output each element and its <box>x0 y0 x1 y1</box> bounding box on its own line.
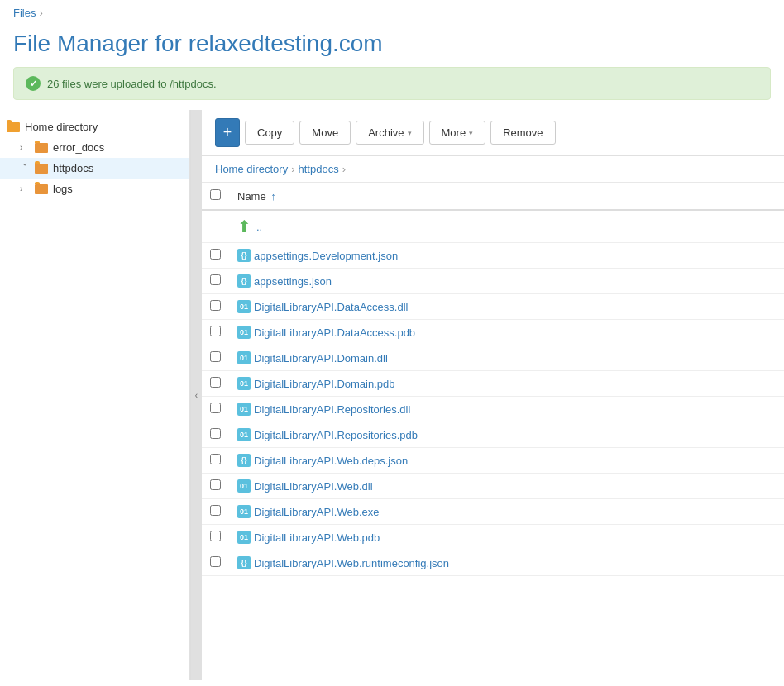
files-table: Name ↑ ⬆ .. <box>202 183 784 576</box>
file-link[interactable]: DigitalLibraryAPI.Web.exe <box>254 506 380 518</box>
archive-button[interactable]: Archive ▾ <box>356 121 423 145</box>
row-checkbox-col[interactable] <box>202 371 229 397</box>
table-row: {} appsettings.Development.json <box>202 243 784 269</box>
row-checkbox[interactable] <box>210 326 221 336</box>
row-checkbox[interactable] <box>210 351 221 362</box>
toolbar: + Copy Move Archive ▾ More ▾ Remove <box>202 110 784 156</box>
file-link[interactable]: DigitalLibraryAPI.Web.dll <box>254 480 373 493</box>
file-cell-4: 01 DigitalLibraryAPI.DataAccess.pdb <box>229 320 784 345</box>
row-checkbox-col <box>202 210 229 243</box>
sidebar-label-logs: logs <box>53 183 73 195</box>
row-checkbox-col[interactable] <box>202 422 229 448</box>
table-row: {} appsettings.json <box>202 269 784 294</box>
name-column-header[interactable]: Name ↑ <box>229 183 784 210</box>
file-link[interactable]: DigitalLibraryAPI.Repositories.dll <box>254 403 410 416</box>
row-checkbox-col[interactable] <box>202 294 229 320</box>
row-checkbox[interactable] <box>210 377 221 388</box>
file-link[interactable]: DigitalLibraryAPI.Web.deps.json <box>254 455 408 467</box>
file-link[interactable]: DigitalLibraryAPI.DataAccess.dll <box>254 301 408 313</box>
row-checkbox-col[interactable] <box>202 269 229 294</box>
table-row: ⬆ .. <box>202 210 784 243</box>
path-httpdocs-link[interactable]: httpdocs <box>298 163 338 175</box>
logs-folder-icon <box>35 184 48 194</box>
row-checkbox[interactable] <box>210 274 221 285</box>
more-button[interactable]: More ▾ <box>429 121 486 145</box>
row-checkbox[interactable] <box>210 300 221 311</box>
file-link[interactable]: DigitalLibraryAPI.DataAccess.pdb <box>254 326 415 339</box>
row-checkbox[interactable] <box>210 531 221 541</box>
file-link[interactable]: appsettings.json <box>254 275 332 288</box>
sidebar-home-directory[interactable]: Home directory <box>0 117 189 137</box>
row-checkbox[interactable] <box>210 556 221 567</box>
sidebar-item-httpdocs[interactable]: › httpdocs <box>0 158 189 179</box>
file-cell-11: 01 DigitalLibraryAPI.Web.exe <box>229 499 784 525</box>
file-type-icon: 01 <box>237 531 251 544</box>
table-row: {} DigitalLibraryAPI.Web.runtimeconfig.j… <box>202 550 784 576</box>
row-checkbox-col[interactable] <box>202 448 229 474</box>
row-checkbox[interactable] <box>210 403 221 413</box>
table-row: 01 DigitalLibraryAPI.DataAccess.dll <box>202 294 784 320</box>
sidebar-home-label: Home directory <box>25 121 98 133</box>
home-folder-icon <box>7 122 20 132</box>
table-row: 01 DigitalLibraryAPI.Web.dll <box>202 474 784 499</box>
file-cell-7: 01 DigitalLibraryAPI.Repositories.dll <box>229 397 784 422</box>
file-cell-3: 01 DigitalLibraryAPI.DataAccess.dll <box>229 294 784 320</box>
file-cell-1: {} appsettings.Development.json <box>229 243 784 269</box>
path-home-link[interactable]: Home directory <box>215 163 288 175</box>
file-type-icon: 01 <box>237 505 251 518</box>
file-link[interactable]: DigitalLibraryAPI.Web.runtimeconfig.json <box>254 557 449 569</box>
up-icon: ⬆ <box>237 217 251 236</box>
file-type-icon: 01 <box>237 351 251 364</box>
path-end-sep: › <box>342 163 346 175</box>
breadcrumb-files-link[interactable]: Files <box>13 7 36 19</box>
file-link[interactable]: DigitalLibraryAPI.Repositories.pdb <box>254 429 418 441</box>
table-row: 01 DigitalLibraryAPI.Domain.pdb <box>202 371 784 397</box>
file-cell-12: 01 DigitalLibraryAPI.Web.pdb <box>229 525 784 550</box>
breadcrumb-separator: › <box>39 7 42 19</box>
row-checkbox[interactable] <box>210 479 221 490</box>
add-button[interactable]: + <box>215 118 240 147</box>
copy-button[interactable]: Copy <box>245 121 294 145</box>
file-table: Name ↑ ⬆ .. <box>202 183 784 680</box>
sidebar-label-httpdocs: httpdocs <box>53 162 93 174</box>
file-link-up[interactable]: .. <box>256 221 262 233</box>
row-checkbox[interactable] <box>210 249 221 260</box>
file-cell-9: {} DigitalLibraryAPI.Web.deps.json <box>229 448 784 474</box>
row-checkbox-col[interactable] <box>202 550 229 576</box>
more-caret: ▾ <box>469 129 473 137</box>
file-type-icon: {} <box>237 556 251 569</box>
success-banner: 26 files were uploaded to /httpdocs. <box>13 67 771 100</box>
row-checkbox-col[interactable] <box>202 320 229 345</box>
file-cell-6: 01 DigitalLibraryAPI.Domain.pdb <box>229 371 784 397</box>
table-row: 01 DigitalLibraryAPI.Web.pdb <box>202 525 784 550</box>
expand-arrow-httpdocs: › <box>21 164 30 174</box>
sidebar-collapse-handle[interactable]: ‹ <box>190 110 202 680</box>
row-checkbox[interactable] <box>210 454 221 464</box>
file-link[interactable]: appsettings.Development.json <box>254 250 398 262</box>
table-row: 01 DigitalLibraryAPI.Repositories.dll <box>202 397 784 422</box>
file-cell-5: 01 DigitalLibraryAPI.Domain.dll <box>229 345 784 371</box>
row-checkbox-col[interactable] <box>202 474 229 499</box>
select-all-col[interactable] <box>202 183 229 210</box>
breadcrumb-top: Files › <box>0 0 784 26</box>
remove-button[interactable]: Remove <box>490 121 555 145</box>
row-checkbox-col[interactable] <box>202 397 229 422</box>
sidebar: Home directory › error_docs › httpdocs ›… <box>0 110 190 680</box>
row-checkbox-col[interactable] <box>202 243 229 269</box>
move-button[interactable]: Move <box>299 121 351 145</box>
file-link[interactable]: DigitalLibraryAPI.Web.pdb <box>254 531 380 544</box>
row-checkbox-col[interactable] <box>202 525 229 550</box>
select-all-checkbox[interactable] <box>210 189 221 200</box>
table-row: 01 DigitalLibraryAPI.DataAccess.pdb <box>202 320 784 345</box>
file-link[interactable]: DigitalLibraryAPI.Domain.dll <box>254 352 388 364</box>
row-checkbox[interactable] <box>210 505 221 516</box>
path-bar: Home directory › httpdocs › <box>202 156 784 183</box>
file-link[interactable]: DigitalLibraryAPI.Domain.pdb <box>254 378 395 390</box>
row-checkbox-col[interactable] <box>202 499 229 525</box>
file-type-icon: 01 <box>237 428 251 441</box>
row-checkbox[interactable] <box>210 428 221 439</box>
sidebar-item-error-docs[interactable]: › error_docs <box>0 137 189 158</box>
row-checkbox-col[interactable] <box>202 345 229 371</box>
sidebar-item-logs[interactable]: › logs <box>0 179 189 199</box>
success-icon <box>26 76 41 91</box>
